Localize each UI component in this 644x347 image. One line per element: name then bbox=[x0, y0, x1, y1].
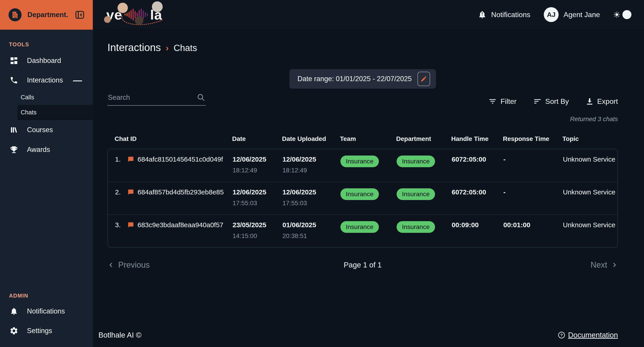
bell-icon bbox=[9, 307, 19, 316]
page-status: Page 1 of 1 bbox=[344, 261, 382, 269]
chevron-right-icon bbox=[611, 262, 618, 268]
chat-bubble-icon bbox=[128, 189, 134, 195]
org-header[interactable]: Department... bbox=[0, 0, 93, 30]
sidebar-item-label: Notifications bbox=[27, 307, 84, 315]
column-header: Date bbox=[232, 135, 282, 149]
column-header: Date Uploaded bbox=[282, 135, 340, 149]
content: Interactions › Chats Date range: 01/01/2… bbox=[93, 30, 644, 347]
user-avatar: AJ bbox=[544, 7, 558, 22]
date-range-row: Date range: 01/01/2025 - 22/07/2025 bbox=[108, 69, 618, 88]
date-cell: 12/06/2025 17:55:03 bbox=[232, 188, 282, 207]
previous-label: Previous bbox=[118, 260, 150, 270]
table-body: 1. 684afc81501456451c0d049f 12/06/2025 1… bbox=[108, 149, 618, 248]
documentation-link[interactable]: ? Documentation bbox=[558, 331, 618, 339]
sidebar-item-courses[interactable]: Courses bbox=[0, 120, 93, 140]
sidebar-item-settings[interactable]: Settings bbox=[0, 321, 93, 341]
team-cell: Insurance bbox=[340, 188, 396, 200]
sidebar-item-dashboard[interactable]: Dashboard bbox=[0, 51, 93, 70]
org-name: Department... bbox=[28, 11, 68, 19]
sidebar-item-label: Dashboard bbox=[27, 57, 84, 65]
table-row[interactable]: 3. 683c9e3bdaaf8eaa940a0f57 23/05/2025 1… bbox=[108, 215, 618, 247]
sort-by-button-label: Sort By bbox=[545, 97, 569, 106]
filter-button-label: Filter bbox=[500, 97, 516, 106]
dashboard-icon bbox=[9, 56, 19, 65]
date-cell: 12/06/2025 18:12:49 bbox=[232, 156, 282, 174]
chat-id: 683c9e3bdaaf8eaa940a0f57 bbox=[138, 221, 223, 229]
sidebar-admin-section: ADMIN Notifications Settings bbox=[0, 292, 93, 347]
app-root: Department... TOOLS Dashboard Interactio… bbox=[0, 0, 644, 347]
next-page-button[interactable]: Next bbox=[590, 260, 618, 270]
department-badge: Insurance bbox=[396, 188, 435, 200]
returned-row: Returned 3 chats bbox=[108, 116, 618, 123]
date-range-chip: Date range: 01/01/2025 - 22/07/2025 bbox=[290, 69, 436, 88]
response-time-cell: 00:01:00 bbox=[503, 221, 563, 229]
sidebar-item-chats[interactable]: Chats bbox=[18, 105, 93, 120]
topbar-right: Notifications AJ Agent Jane bbox=[478, 7, 632, 22]
user-menu[interactable]: AJ Agent Jane bbox=[544, 7, 600, 22]
chevron-right-icon: › bbox=[166, 44, 169, 53]
alert-bell-icon bbox=[478, 10, 487, 19]
table-row[interactable]: 1. 684afc81501456451c0d049f 12/06/2025 1… bbox=[108, 149, 618, 182]
sun-icon bbox=[614, 11, 620, 18]
export-button-label: Export bbox=[597, 97, 618, 106]
sort-by-button[interactable]: Sort By bbox=[533, 97, 569, 106]
edit-date-range-button[interactable] bbox=[418, 72, 430, 86]
column-header: Response Time bbox=[503, 135, 562, 149]
department-cell: Insurance bbox=[396, 188, 452, 200]
theme-toggle[interactable] bbox=[614, 10, 632, 19]
chat-bubble-icon bbox=[128, 156, 134, 162]
sidebar-item-label: Awards bbox=[27, 146, 84, 154]
topbar: ve la Notifications AJ Agent Jane bbox=[93, 0, 644, 30]
department-badge: Insurance bbox=[396, 221, 435, 233]
sidebar-item-calls[interactable]: Calls bbox=[0, 90, 93, 105]
date-cell: 23/05/2025 14:15:00 bbox=[232, 221, 282, 240]
department-badge: Insurance bbox=[396, 156, 435, 167]
sort-icon bbox=[533, 97, 542, 106]
logo-avatar bbox=[152, 1, 163, 12]
team-badge: Insurance bbox=[340, 156, 379, 167]
breadcrumb: Interactions › Chats bbox=[108, 41, 618, 54]
sidebar-item-awards[interactable]: Awards bbox=[0, 140, 93, 160]
response-time-cell: - bbox=[503, 188, 563, 196]
column-header: Handle Time bbox=[451, 135, 503, 149]
team-badge: Insurance bbox=[340, 221, 379, 233]
chat-id: 684af857bd4d5fb293eb8e85 bbox=[138, 188, 224, 196]
chat-bubble-icon bbox=[128, 222, 134, 228]
search-input[interactable] bbox=[108, 91, 206, 106]
sidebar: Department... TOOLS Dashboard Interactio… bbox=[0, 0, 93, 347]
svg-text:?: ? bbox=[560, 333, 563, 337]
tools-section-label: TOOLS bbox=[0, 41, 93, 48]
previous-page-button[interactable]: Previous bbox=[108, 260, 150, 270]
response-time-cell: - bbox=[503, 156, 563, 163]
org-avatar bbox=[8, 8, 22, 21]
main-panel: ve la Notifications AJ Agent Jane bbox=[93, 0, 644, 347]
breadcrumb-parent[interactable]: Interactions bbox=[108, 41, 161, 54]
table-row[interactable]: 2. 684af857bd4d5fb293eb8e85 12/06/2025 1… bbox=[108, 182, 618, 215]
breadcrumb-current: Chats bbox=[174, 43, 197, 53]
search-icon[interactable] bbox=[196, 93, 205, 102]
handle-time-cell: 00:09:00 bbox=[452, 221, 503, 229]
table-header: Chat IDDateDate UploadedTeamDepartmentHa… bbox=[108, 135, 618, 149]
sidebar-item-interactions[interactable]: Interactions — bbox=[0, 70, 93, 90]
search-field bbox=[108, 91, 206, 106]
export-button[interactable]: Export bbox=[586, 97, 618, 106]
chat-id: 684afc81501456451c0d049f bbox=[138, 156, 223, 163]
column-header: Department bbox=[396, 135, 451, 149]
sidebar-item-label: Courses bbox=[27, 126, 84, 134]
topbar-notifications-button[interactable]: Notifications bbox=[478, 10, 530, 19]
user-name: Agent Jane bbox=[564, 10, 600, 19]
column-header: Topic bbox=[562, 135, 618, 149]
date-uploaded-cell: 12/06/2025 18:12:49 bbox=[282, 156, 340, 174]
theme-toggle-knob[interactable] bbox=[622, 10, 632, 19]
row-index: 2. bbox=[115, 188, 124, 196]
handle-time-cell: 6072:05:00 bbox=[452, 188, 503, 196]
controls-row: Filter Sort By Export bbox=[108, 91, 618, 106]
books-icon bbox=[9, 126, 19, 134]
team-cell: Insurance bbox=[340, 221, 396, 233]
sidebar-nav: Dashboard Interactions — Calls Chats Cou… bbox=[0, 51, 93, 160]
returned-count: Returned 3 chats bbox=[570, 116, 618, 123]
sidebar-item-notifications[interactable]: Notifications bbox=[0, 302, 93, 321]
collapse-sidebar-button[interactable] bbox=[74, 10, 85, 20]
download-icon bbox=[586, 97, 594, 106]
filter-button[interactable]: Filter bbox=[488, 97, 516, 106]
